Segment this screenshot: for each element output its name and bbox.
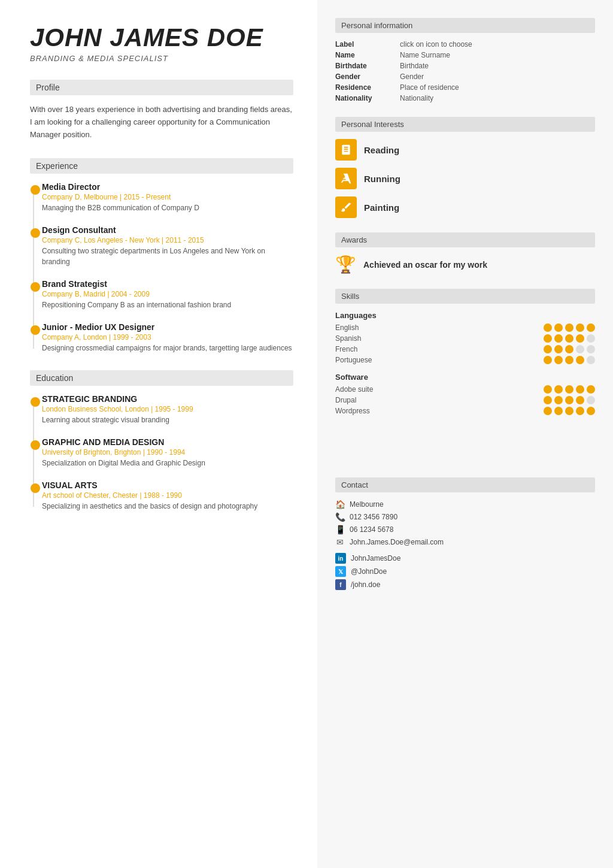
facebook-handle: /john.doe	[351, 580, 380, 589]
award-item-1: 🏆 Achieved an oscar for my work	[335, 255, 595, 274]
interest-reading: Reading	[335, 139, 595, 161]
info-label-residence: Residence	[335, 83, 395, 92]
dot	[587, 323, 595, 332]
interests-header: Personal Interests	[335, 117, 595, 132]
contact-section: Contact 🏠 Melbourne 📞 012 3456 7890 📱 06…	[335, 477, 595, 590]
twitter-handle: @JohnDoe	[351, 567, 387, 576]
dot	[544, 385, 552, 394]
skill-adobe: Adobe suite	[335, 385, 595, 394]
contact-header: Contact	[335, 477, 595, 492]
info-label-name: Name	[335, 51, 395, 59]
social-block: in JohnJamesDoe 𝕏 @JohnDoe f /john.doe	[335, 553, 595, 590]
edu-item-3: VISUAL ARTS Art school of Chester, Chest…	[42, 480, 293, 512]
education-header: Education	[30, 370, 293, 386]
info-value-nationality: Nationality	[400, 94, 595, 102]
languages-category: Languages English Spanish	[335, 311, 595, 364]
experience-header: Experience	[30, 158, 293, 174]
skill-wordpress: Wordpress	[335, 407, 595, 415]
award-text-1: Achieved an oscar for my work	[363, 260, 487, 270]
portuguese-label: Portuguese	[335, 356, 389, 364]
english-dots	[544, 323, 595, 332]
exp-item-3: Brand Strategist Company B, Madrid | 200…	[42, 279, 293, 310]
reading-icon	[335, 139, 357, 161]
dot	[587, 334, 595, 343]
dot	[544, 407, 552, 415]
edu-company-3: Art school of Chester, Chester | 1988 - …	[42, 491, 293, 500]
contact-mobile: 📱 06 1234 5678	[335, 525, 595, 534]
dot	[587, 356, 595, 364]
education-timeline: STRATEGIC BRANDING London Business Schoo…	[30, 394, 293, 512]
exp-desc-3: Repositioning Company B as an internatio…	[42, 300, 293, 310]
exp-item-1: Media Director Company D, Melbourne | 20…	[42, 182, 293, 213]
info-value-birthdate: Birthdate	[400, 62, 595, 70]
dot	[554, 396, 563, 404]
interests-section: Personal Interests Reading Running Paint…	[335, 117, 595, 218]
dot	[565, 385, 573, 394]
drupal-label: Drupal	[335, 396, 389, 404]
skill-drupal: Drupal	[335, 396, 595, 404]
software-category: Software Adobe suite Drupal	[335, 373, 595, 415]
dot	[544, 345, 552, 353]
french-label: French	[335, 345, 389, 353]
info-value-residence: Place of residence	[400, 83, 595, 92]
spanish-dots	[544, 334, 595, 343]
profile-header: Profile	[30, 80, 293, 95]
dot	[576, 323, 584, 332]
social-twitter: 𝕏 @JohnDoe	[335, 566, 595, 577]
info-value-name: Name Surname	[400, 51, 595, 59]
interest-painting: Painting	[335, 196, 595, 218]
contact-address: 🏠 Melbourne	[335, 500, 595, 509]
dot	[565, 407, 573, 415]
dot	[565, 396, 573, 404]
info-label-nationality: Nationality	[335, 94, 395, 102]
social-linkedin: in JohnJamesDoe	[335, 553, 595, 564]
contact-mobile-text: 06 1234 5678	[350, 525, 393, 534]
name-block: JOHN JAMES DOE BRANDING & MEDIA SPECIALI…	[30, 24, 293, 63]
experience-timeline: Media Director Company D, Melbourne | 20…	[30, 182, 293, 353]
english-label: English	[335, 323, 389, 332]
wordpress-dots	[544, 407, 595, 415]
languages-title: Languages	[335, 311, 595, 320]
info-value-label: click on icon to choose	[400, 40, 595, 49]
dot	[554, 345, 563, 353]
dot	[587, 396, 595, 404]
edu-item-1: STRATEGIC BRANDING London Business Schoo…	[42, 394, 293, 425]
profile-section: Profile With over 18 years experience in…	[30, 80, 293, 141]
exp-item-4: Junior - Medior UX Designer Company A, L…	[42, 322, 293, 353]
info-value-gender: Gender	[400, 72, 595, 81]
exp-desc-1: Managing the B2B communication of Compan…	[42, 202, 293, 213]
info-label-birthdate: Birthdate	[335, 62, 395, 70]
personal-info-table: Label click on icon to choose Name Name …	[335, 40, 595, 102]
spanish-label: Spanish	[335, 334, 389, 343]
phone-icon: 📞	[335, 512, 345, 522]
social-facebook: f /john.doe	[335, 579, 595, 590]
dot	[554, 407, 563, 415]
dot	[554, 356, 563, 364]
contact-email: ✉ John.James.Doe@email.com	[335, 537, 595, 547]
edu-desc-3: Specializing in aesthetics and the basic…	[42, 501, 293, 512]
dot	[576, 345, 584, 353]
drupal-dots	[544, 396, 595, 404]
dot	[544, 323, 552, 332]
edu-item-2: GRAPHIC AND MEDIA DESIGN University of B…	[42, 437, 293, 468]
mobile-icon: 📱	[335, 525, 345, 534]
profile-text: With over 18 years experience in both ad…	[30, 104, 293, 141]
exp-item-2: Design Consultant Company C, Los Angeles…	[42, 225, 293, 267]
wordpress-label: Wordpress	[335, 407, 389, 415]
french-dots	[544, 345, 595, 353]
dot	[554, 323, 563, 332]
contact-address-text: Melbourne	[350, 500, 384, 509]
full-name: JOHN JAMES DOE	[30, 24, 293, 52]
adobe-label: Adobe suite	[335, 385, 389, 394]
exp-company-2: Company C, Los Angeles - New York | 2011…	[42, 236, 293, 244]
interest-running: Running	[335, 168, 595, 189]
exp-desc-4: Designing crossmedial campaigns for majo…	[42, 343, 293, 353]
awards-header: Awards	[335, 232, 595, 247]
exp-title-1: Media Director	[42, 182, 293, 192]
dot	[565, 334, 573, 343]
dot	[587, 407, 595, 415]
skills-header: Skills	[335, 289, 595, 304]
dot	[576, 334, 584, 343]
exp-title-3: Brand Strategist	[42, 279, 293, 289]
dot	[587, 345, 595, 353]
